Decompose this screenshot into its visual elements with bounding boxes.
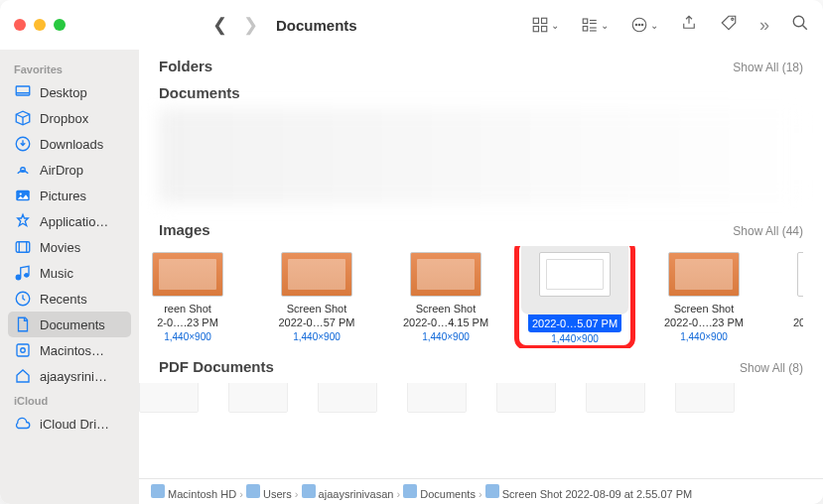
close-window-button[interactable] (14, 19, 26, 31)
zoom-window-button[interactable] (54, 19, 66, 31)
box-icon (14, 109, 32, 127)
thumb-filename: reen Shot2-0….23 PM (157, 303, 218, 330)
show-all-pdf[interactable]: Show All (8) (740, 361, 803, 375)
thumb-preview (797, 252, 803, 297)
thumb-dimensions: 1,440×900 (293, 331, 341, 342)
image-icon (14, 187, 32, 204)
image-thumb[interactable]: Screen Shot2022-0…4.15 PM1,440×900 (395, 252, 496, 344)
svg-rect-3 (541, 27, 546, 32)
search-button[interactable] (791, 14, 809, 36)
minimize-window-button[interactable] (34, 19, 46, 31)
path-separator: › (295, 488, 299, 500)
svg-point-26 (16, 275, 21, 280)
path-separator: › (239, 488, 243, 500)
titlebar: ❮ ❯ Documents ⌄ ⌄ ⌄ » (0, 0, 823, 50)
sidebar-item-label: Music (40, 266, 73, 281)
image-thumb[interactable]: Screen Shot2022-0…57 PM1,440×900 (266, 252, 367, 344)
thumb-preview (410, 252, 481, 297)
thumb-filename: Screen Shot2022-0…4.15 PM (403, 303, 488, 330)
image-thumb[interactable]: Screen Shot2022-0….53 PM829×508 (782, 252, 803, 344)
image-thumb[interactable]: reen Shot2-0….23 PM1,440×900 (139, 252, 238, 344)
content-area: Folders Show All (18) Documents Images S… (139, 50, 823, 504)
sidebar-item-music[interactable]: Music (8, 260, 131, 286)
svg-point-12 (638, 24, 640, 26)
sidebar-item-ajaaysrini[interactable]: ajaaysrini… (8, 363, 131, 389)
tags-button[interactable] (720, 14, 738, 36)
pdf-thumb[interactable] (318, 383, 377, 413)
sidebar-item-dropbox[interactable]: Dropbox (8, 105, 131, 131)
path-segment[interactable]: Macintosh HD (168, 488, 236, 500)
show-all-images[interactable]: Show All (44) (733, 224, 803, 238)
image-thumb[interactable]: Screen Shot2022-0…5.07 PM1,440×900 (524, 252, 625, 344)
thumb-preview (668, 252, 740, 297)
sidebar-item-movies[interactable]: Movies (8, 234, 131, 260)
sidebar-item-applicatio[interactable]: Applicatio… (8, 208, 131, 234)
path-segment[interactable]: Screen Shot 2022-08-09 at 2.55.07 PM (502, 488, 692, 500)
path-folder-icon (403, 484, 417, 498)
svg-rect-5 (583, 27, 588, 32)
cloud-icon (14, 415, 32, 433)
section-title-documents: Documents (159, 84, 240, 101)
content-scroll[interactable]: Folders Show All (18) Documents Images S… (139, 50, 823, 478)
path-separator: › (479, 488, 482, 500)
view-grid-button[interactable]: ⌄ (531, 16, 559, 34)
pdf-thumb[interactable] (228, 383, 288, 413)
sidebar-item-desktop[interactable]: Desktop (8, 79, 131, 105)
pdf-thumb[interactable] (407, 383, 467, 413)
sidebar-header-icloud: iCloud (14, 395, 131, 407)
path-segment[interactable]: Users (263, 488, 292, 500)
sidebar-item-label: Downloads (40, 137, 103, 152)
traffic-lights (14, 19, 66, 31)
images-row: reen Shot2-0….23 PM1,440×900Screen Shot2… (139, 246, 803, 348)
svg-point-14 (732, 18, 734, 20)
svg-point-13 (641, 24, 643, 26)
section-images: Images Show All (44) reen Shot2-0….23 PM… (139, 213, 823, 350)
sidebar-item-pictures[interactable]: Pictures (8, 183, 131, 208)
pdf-thumb[interactable] (139, 383, 199, 413)
pdf-thumb[interactable] (675, 383, 735, 413)
path-folder-icon (151, 484, 165, 498)
svg-rect-23 (16, 242, 30, 253)
pdf-thumb[interactable] (496, 383, 556, 413)
thumb-dimensions: 1,440×900 (680, 331, 728, 342)
section-title-folders: Folders (159, 58, 212, 74)
sidebar-item-downloads[interactable]: Downloads (8, 131, 131, 157)
sidebar-item-label: Pictures (40, 189, 86, 203)
thumb-dimensions: 1,440×900 (551, 333, 599, 344)
sidebar-item-airdrop[interactable]: AirDrop (8, 157, 131, 183)
disk-icon (14, 341, 32, 359)
forward-button[interactable]: ❯ (243, 14, 258, 36)
group-button[interactable]: ⌄ (581, 16, 609, 34)
share-button[interactable] (680, 14, 698, 36)
path-segment[interactable]: ajaaysrinivasan (319, 488, 394, 500)
path-folder-icon (485, 484, 499, 498)
svg-line-16 (802, 25, 807, 30)
image-thumb[interactable]: Screen Shot2022-0….23 PM1,440×900 (653, 252, 754, 344)
download-icon (14, 135, 32, 153)
action-menu-button[interactable]: ⌄ (630, 16, 658, 34)
thumb-preview (539, 252, 611, 297)
thumb-dimensions: 1,440×900 (422, 331, 470, 342)
path-separator: › (396, 488, 400, 500)
sidebar-item-macintos[interactable]: Macintos… (8, 337, 131, 363)
clock-icon (14, 290, 32, 308)
nav-controls: ❮ ❯ (212, 14, 258, 36)
sidebar-item-iclouddri[interactable]: iCloud Dri… (8, 411, 131, 437)
sidebar-item-label: Documents (40, 317, 105, 332)
svg-rect-4 (583, 19, 588, 24)
sidebar-item-documents[interactable]: Documents (8, 312, 131, 337)
sidebar-item-label: Dropbox (40, 111, 88, 126)
music-icon (14, 264, 32, 282)
document-icon (14, 315, 32, 333)
thumb-filename: Screen Shot2022-0…5.07 PM (528, 303, 621, 332)
path-segment[interactable]: Documents (420, 488, 476, 500)
back-button[interactable]: ❮ (212, 14, 227, 36)
show-all-folders[interactable]: Show All (18) (733, 61, 803, 74)
overflow-button[interactable]: » (759, 15, 769, 36)
sidebar-item-recents[interactable]: Recents (8, 286, 131, 312)
sidebar-item-label: Applicatio… (40, 214, 108, 229)
svg-rect-2 (533, 27, 538, 32)
section-documents: Documents (139, 84, 823, 213)
sidebar-item-label: Recents (40, 292, 87, 307)
pdf-thumb[interactable] (586, 383, 645, 413)
